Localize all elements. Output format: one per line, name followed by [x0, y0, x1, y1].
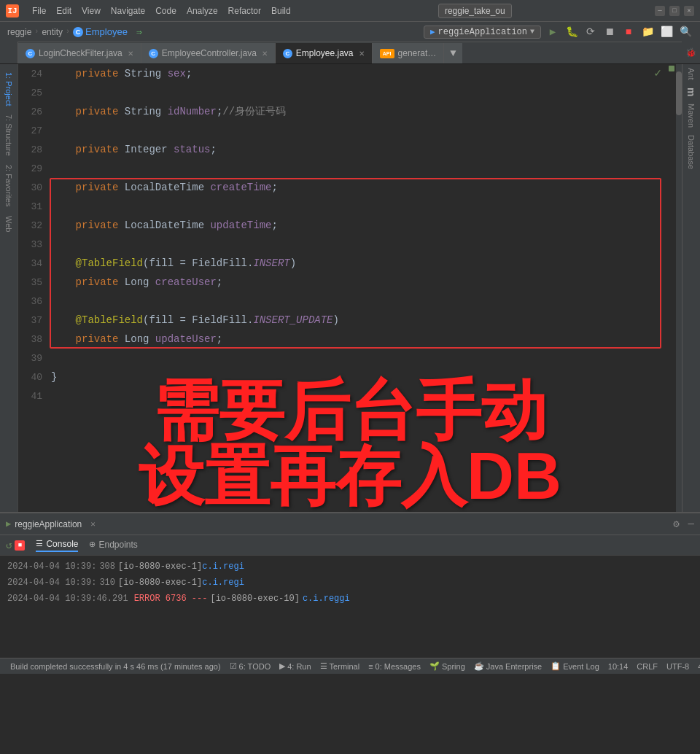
sidebar-project[interactable]: 1: Project [4, 68, 13, 110]
line-content-27[interactable] [51, 125, 682, 136]
tab-endpoints[interactable]: ⊕ Endpoints [89, 540, 137, 551]
truncate-1: 308 [99, 561, 115, 572]
thread-2: [io-8080-exec-1] [118, 578, 202, 588]
menu-refactor[interactable]: Refactor [224, 4, 265, 18]
status-position: 10:14 [604, 662, 633, 671]
breadcrumb-reggie[interactable]: reggie [7, 27, 31, 37]
line-content-25[interactable] [51, 87, 682, 98]
line-content-35[interactable]: private Long createUser; [51, 276, 682, 288]
breadcrumb-entity[interactable]: entity [42, 27, 63, 37]
tab-icon-filter: C [26, 49, 35, 58]
line-content-36[interactable] [51, 295, 682, 307]
breadcrumb-arrow-2: › [66, 28, 70, 36]
scrollbar-track[interactable] [676, 64, 682, 512]
close-button[interactable]: ✕ [684, 6, 694, 16]
status-run[interactable]: ▶ 4: Run [275, 661, 315, 671]
line-content-29[interactable] [51, 163, 682, 174]
status-line-sep[interactable]: CRLF [632, 662, 662, 671]
profile-button[interactable]: ⏹ [602, 25, 617, 39]
messages-icon: ≡ [368, 662, 373, 671]
attach-button[interactable]: ■ [621, 25, 636, 39]
status-encoding[interactable]: UTF-8 [662, 662, 693, 671]
coverage-button[interactable]: ⟳ [583, 25, 598, 39]
line-content-39[interactable] [51, 352, 682, 364]
tab-console[interactable]: ☰ Console [36, 539, 78, 552]
sidebar-favorites[interactable]: 2: Favorites [4, 160, 13, 211]
status-java-enterprise[interactable]: ☕ Java Enterprise [470, 661, 546, 671]
tab-close-filter[interactable]: ✕ [128, 50, 133, 58]
run-button[interactable]: ▶ [545, 25, 560, 39]
run-minimize-button[interactable]: ─ [688, 518, 694, 530]
status-event-log[interactable]: 📋 Event Log [546, 661, 604, 671]
tab-employeecontroller[interactable]: C EmployeeController.java ✕ [141, 43, 276, 63]
line-content-31[interactable] [51, 201, 682, 212]
line-content-34[interactable]: @TableField(fill = FieldFill.INSERT) [51, 257, 682, 269]
gutter-indicator [669, 66, 674, 71]
line-content-33[interactable] [51, 238, 682, 250]
menu-build[interactable]: Build [267, 4, 295, 18]
breadcrumb-employee[interactable]: C Employee [73, 26, 128, 37]
class-1[interactable]: c.i.regi [202, 561, 244, 572]
run-config[interactable]: reggie_take_ou [438, 4, 512, 18]
status-messages[interactable]: ≡ 0: Messages [364, 662, 425, 671]
code-line-26: 26 private String idNumber;//身份证号码 [18, 102, 682, 121]
sidebar-ant[interactable]: Ant [687, 68, 696, 80]
tab-employee[interactable]: C Employee.java ✕ [276, 43, 373, 63]
class-2[interactable]: c.i.regi [202, 578, 244, 588]
line-num-32: 32 [18, 220, 51, 231]
status-spring[interactable]: 🌱 Spring [425, 661, 470, 671]
toolbar-icons: ▶ reggieApplication ▼ ▶ 🐛 ⟳ ⏹ ■ 📁 ⬜ 🔍 [424, 25, 693, 39]
menu-file[interactable]: File [28, 4, 50, 18]
class-3[interactable]: c.i.reggi [303, 594, 350, 604]
sidebar-structure[interactable]: 7: Structure [4, 110, 13, 160]
folder-button[interactable]: 📁 [640, 25, 655, 39]
tab-close-employee[interactable]: ✕ [359, 50, 365, 58]
menu-view[interactable]: View [77, 4, 105, 18]
stop-button[interactable]: ■ [15, 540, 25, 551]
run-app-label[interactable]: reggieApplication [15, 519, 82, 529]
search-icon[interactable]: 🔍 [678, 25, 693, 39]
line-content-28[interactable]: private Integer status; [51, 144, 682, 155]
maximize-button[interactable]: □ [669, 6, 680, 16]
sidebar-database[interactable]: Database [687, 135, 696, 169]
layout-button[interactable]: ⬜ [659, 25, 674, 39]
todo-label: 6: TODO [239, 662, 271, 671]
restart-button[interactable]: ↺ [6, 539, 12, 551]
line-content-38[interactable]: private Long updateUser; [51, 333, 682, 345]
menu-code[interactable]: Code [151, 4, 181, 18]
line-content-37[interactable]: @TableField(fill = FieldFill.INSERT_UPDA… [51, 314, 682, 326]
run-tab-close-icon[interactable]: ✕ [90, 519, 96, 529]
run-tab-group: ▶ reggieApplication [6, 518, 82, 529]
sidebar-maven[interactable]: Maven [687, 104, 696, 128]
minimize-button[interactable]: ─ [655, 6, 665, 16]
tab-generate[interactable]: API generat… [373, 43, 445, 63]
run-config-toolbar[interactable]: ▶ reggieApplication ▼ [424, 26, 541, 39]
line-content-24[interactable]: private String sex; [51, 68, 682, 79]
sidebar-maven-m[interactable]: m [685, 88, 697, 96]
menu-analyze[interactable]: Analyze [182, 4, 222, 18]
scrollbar-thumb[interactable] [676, 71, 682, 115]
line-content-30[interactable]: private LocalDateTime createTime; [51, 182, 682, 193]
tab-more-button[interactable]: ▼ [444, 43, 462, 63]
thread-3: [io-8080-exec-10] [210, 594, 299, 604]
menu-navigate[interactable]: Navigate [106, 4, 149, 18]
run-settings-button[interactable]: ⚙ [673, 518, 679, 530]
main-content: 1: Project 7: Structure 2: Favorites Web… [0, 64, 700, 512]
menu-edit[interactable]: Edit [52, 4, 76, 18]
run-left-buttons: ↺ ■ [6, 539, 25, 551]
tab-close-controller[interactable]: ✕ [262, 50, 268, 58]
status-terminal[interactable]: ☰ Terminal [316, 661, 365, 671]
terminal-icon: ☰ [320, 661, 327, 671]
menu-bar: File Edit View Navigate Code Analyze Ref… [28, 4, 295, 18]
status-todo[interactable]: ☑ 6: TODO [225, 661, 276, 671]
todo-icon: ☑ [230, 661, 237, 671]
status-indent[interactable]: 4 spaces [693, 662, 700, 671]
line-num-35: 35 [18, 277, 51, 288]
line-content-41[interactable] [51, 390, 682, 402]
line-content-26[interactable]: private String idNumber;//身份证号码 [51, 105, 682, 118]
tab-logincheckfilter[interactable]: C LoginCheckFilter.java ✕ [18, 43, 141, 63]
debug-button[interactable]: 🐛 [564, 25, 579, 39]
line-content-40[interactable]: } [51, 371, 682, 383]
line-content-32[interactable]: private LocalDateTime updateTime; [51, 219, 682, 231]
sidebar-web[interactable]: Web [4, 211, 13, 236]
